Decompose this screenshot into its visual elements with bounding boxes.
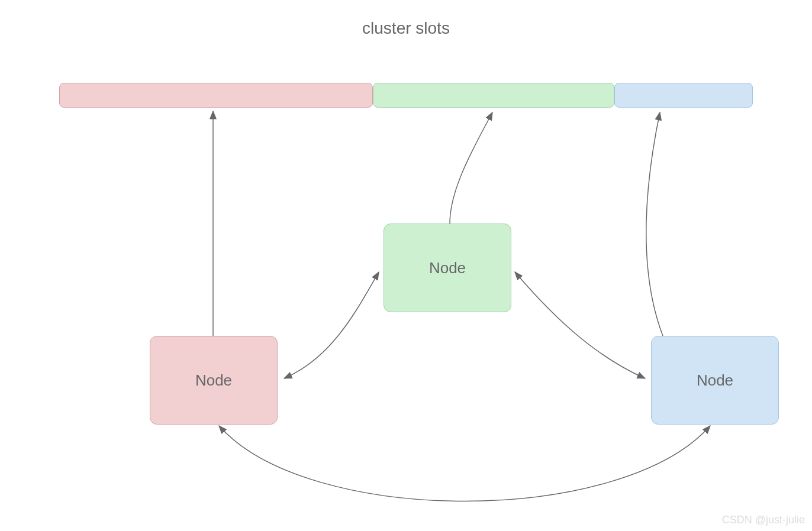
arrow-pink-blue <box>219 426 710 501</box>
cluster-slots-bar <box>59 83 753 108</box>
arrow-green-blue <box>515 272 645 378</box>
node-label: Node <box>697 371 733 390</box>
slot-segment-green <box>373 83 614 108</box>
slot-segment-pink <box>59 83 373 108</box>
node-label: Node <box>429 259 466 277</box>
diagram-title: cluster slots <box>0 19 812 38</box>
arrow-blue-to-slot <box>646 112 663 336</box>
arrow-pink-green <box>284 272 379 378</box>
arrow-green-to-slot <box>450 112 492 224</box>
node-label: Node <box>195 371 232 390</box>
node-box-pink: Node <box>150 336 278 425</box>
node-box-blue: Node <box>651 336 779 425</box>
slot-segment-blue <box>614 83 753 108</box>
watermark-text: CSDN @just-julie <box>722 514 805 526</box>
node-box-green: Node <box>384 224 511 312</box>
